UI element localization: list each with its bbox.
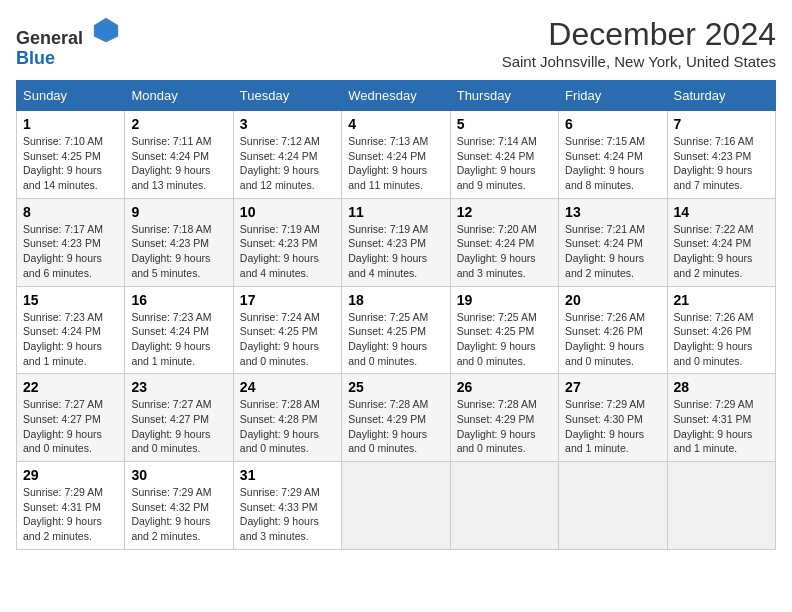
- calendar-week-row: 29 Sunrise: 7:29 AM Sunset: 4:31 PM Dayl…: [17, 462, 776, 550]
- calendar-cell: 1 Sunrise: 7:10 AM Sunset: 4:25 PM Dayli…: [17, 111, 125, 199]
- calendar-cell: 4 Sunrise: 7:13 AM Sunset: 4:24 PM Dayli…: [342, 111, 450, 199]
- calendar-header-row: SundayMondayTuesdayWednesdayThursdayFrid…: [17, 81, 776, 111]
- day-number: 31: [240, 467, 335, 483]
- calendar-cell: 30 Sunrise: 7:29 AM Sunset: 4:32 PM Dayl…: [125, 462, 233, 550]
- calendar-cell: 20 Sunrise: 7:26 AM Sunset: 4:26 PM Dayl…: [559, 286, 667, 374]
- calendar-cell: 2 Sunrise: 7:11 AM Sunset: 4:24 PM Dayli…: [125, 111, 233, 199]
- calendar-cell: 18 Sunrise: 7:25 AM Sunset: 4:25 PM Dayl…: [342, 286, 450, 374]
- day-header-thursday: Thursday: [450, 81, 558, 111]
- calendar-week-row: 15 Sunrise: 7:23 AM Sunset: 4:24 PM Dayl…: [17, 286, 776, 374]
- day-number: 18: [348, 292, 443, 308]
- cell-details: Sunrise: 7:26 AM Sunset: 4:26 PM Dayligh…: [565, 311, 645, 367]
- day-header-sunday: Sunday: [17, 81, 125, 111]
- day-number: 4: [348, 116, 443, 132]
- logo: General Blue: [16, 16, 120, 69]
- header: General Blue December 2024 Saint Johnsvi…: [16, 16, 776, 70]
- day-header-wednesday: Wednesday: [342, 81, 450, 111]
- calendar-cell: 16 Sunrise: 7:23 AM Sunset: 4:24 PM Dayl…: [125, 286, 233, 374]
- calendar-cell: 11 Sunrise: 7:19 AM Sunset: 4:23 PM Dayl…: [342, 198, 450, 286]
- day-number: 2: [131, 116, 226, 132]
- cell-details: Sunrise: 7:29 AM Sunset: 4:33 PM Dayligh…: [240, 486, 320, 542]
- day-number: 14: [674, 204, 769, 220]
- day-header-monday: Monday: [125, 81, 233, 111]
- day-number: 1: [23, 116, 118, 132]
- day-number: 11: [348, 204, 443, 220]
- day-number: 26: [457, 379, 552, 395]
- calendar-week-row: 22 Sunrise: 7:27 AM Sunset: 4:27 PM Dayl…: [17, 374, 776, 462]
- cell-details: Sunrise: 7:28 AM Sunset: 4:29 PM Dayligh…: [457, 398, 537, 454]
- cell-details: Sunrise: 7:19 AM Sunset: 4:23 PM Dayligh…: [348, 223, 428, 279]
- calendar-cell: 12 Sunrise: 7:20 AM Sunset: 4:24 PM Dayl…: [450, 198, 558, 286]
- calendar-cell: [559, 462, 667, 550]
- cell-details: Sunrise: 7:27 AM Sunset: 4:27 PM Dayligh…: [131, 398, 211, 454]
- day-number: 3: [240, 116, 335, 132]
- cell-details: Sunrise: 7:15 AM Sunset: 4:24 PM Dayligh…: [565, 135, 645, 191]
- cell-details: Sunrise: 7:27 AM Sunset: 4:27 PM Dayligh…: [23, 398, 103, 454]
- page-title: December 2024: [502, 16, 776, 53]
- cell-details: Sunrise: 7:24 AM Sunset: 4:25 PM Dayligh…: [240, 311, 320, 367]
- calendar-cell: [342, 462, 450, 550]
- cell-details: Sunrise: 7:23 AM Sunset: 4:24 PM Dayligh…: [131, 311, 211, 367]
- cell-details: Sunrise: 7:11 AM Sunset: 4:24 PM Dayligh…: [131, 135, 211, 191]
- title-area: December 2024 Saint Johnsville, New York…: [502, 16, 776, 70]
- calendar-cell: 9 Sunrise: 7:18 AM Sunset: 4:23 PM Dayli…: [125, 198, 233, 286]
- cell-details: Sunrise: 7:28 AM Sunset: 4:29 PM Dayligh…: [348, 398, 428, 454]
- cell-details: Sunrise: 7:25 AM Sunset: 4:25 PM Dayligh…: [348, 311, 428, 367]
- day-number: 8: [23, 204, 118, 220]
- day-number: 30: [131, 467, 226, 483]
- cell-details: Sunrise: 7:22 AM Sunset: 4:24 PM Dayligh…: [674, 223, 754, 279]
- day-number: 9: [131, 204, 226, 220]
- calendar-cell: 14 Sunrise: 7:22 AM Sunset: 4:24 PM Dayl…: [667, 198, 775, 286]
- calendar-cell: 29 Sunrise: 7:29 AM Sunset: 4:31 PM Dayl…: [17, 462, 125, 550]
- cell-details: Sunrise: 7:25 AM Sunset: 4:25 PM Dayligh…: [457, 311, 537, 367]
- day-number: 17: [240, 292, 335, 308]
- cell-details: Sunrise: 7:12 AM Sunset: 4:24 PM Dayligh…: [240, 135, 320, 191]
- cell-details: Sunrise: 7:17 AM Sunset: 4:23 PM Dayligh…: [23, 223, 103, 279]
- day-header-friday: Friday: [559, 81, 667, 111]
- calendar-cell: 27 Sunrise: 7:29 AM Sunset: 4:30 PM Dayl…: [559, 374, 667, 462]
- day-number: 15: [23, 292, 118, 308]
- day-header-saturday: Saturday: [667, 81, 775, 111]
- calendar-cell: [667, 462, 775, 550]
- cell-details: Sunrise: 7:13 AM Sunset: 4:24 PM Dayligh…: [348, 135, 428, 191]
- cell-details: Sunrise: 7:29 AM Sunset: 4:32 PM Dayligh…: [131, 486, 211, 542]
- day-header-tuesday: Tuesday: [233, 81, 341, 111]
- calendar-week-row: 8 Sunrise: 7:17 AM Sunset: 4:23 PM Dayli…: [17, 198, 776, 286]
- cell-details: Sunrise: 7:26 AM Sunset: 4:26 PM Dayligh…: [674, 311, 754, 367]
- day-number: 29: [23, 467, 118, 483]
- calendar-cell: 22 Sunrise: 7:27 AM Sunset: 4:27 PM Dayl…: [17, 374, 125, 462]
- calendar-cell: 19 Sunrise: 7:25 AM Sunset: 4:25 PM Dayl…: [450, 286, 558, 374]
- day-number: 25: [348, 379, 443, 395]
- cell-details: Sunrise: 7:28 AM Sunset: 4:28 PM Dayligh…: [240, 398, 320, 454]
- cell-details: Sunrise: 7:23 AM Sunset: 4:24 PM Dayligh…: [23, 311, 103, 367]
- day-number: 6: [565, 116, 660, 132]
- day-number: 20: [565, 292, 660, 308]
- cell-details: Sunrise: 7:21 AM Sunset: 4:24 PM Dayligh…: [565, 223, 645, 279]
- calendar-table: SundayMondayTuesdayWednesdayThursdayFrid…: [16, 80, 776, 550]
- calendar-cell: 31 Sunrise: 7:29 AM Sunset: 4:33 PM Dayl…: [233, 462, 341, 550]
- calendar-cell: [450, 462, 558, 550]
- day-number: 13: [565, 204, 660, 220]
- cell-details: Sunrise: 7:10 AM Sunset: 4:25 PM Dayligh…: [23, 135, 103, 191]
- calendar-cell: 3 Sunrise: 7:12 AM Sunset: 4:24 PM Dayli…: [233, 111, 341, 199]
- day-number: 12: [457, 204, 552, 220]
- cell-details: Sunrise: 7:16 AM Sunset: 4:23 PM Dayligh…: [674, 135, 754, 191]
- calendar-cell: 21 Sunrise: 7:26 AM Sunset: 4:26 PM Dayl…: [667, 286, 775, 374]
- calendar-cell: 28 Sunrise: 7:29 AM Sunset: 4:31 PM Dayl…: [667, 374, 775, 462]
- calendar-cell: 13 Sunrise: 7:21 AM Sunset: 4:24 PM Dayl…: [559, 198, 667, 286]
- calendar-cell: 25 Sunrise: 7:28 AM Sunset: 4:29 PM Dayl…: [342, 374, 450, 462]
- cell-details: Sunrise: 7:14 AM Sunset: 4:24 PM Dayligh…: [457, 135, 537, 191]
- day-number: 5: [457, 116, 552, 132]
- cell-details: Sunrise: 7:19 AM Sunset: 4:23 PM Dayligh…: [240, 223, 320, 279]
- day-number: 27: [565, 379, 660, 395]
- logo-general: General: [16, 28, 83, 48]
- calendar-cell: 10 Sunrise: 7:19 AM Sunset: 4:23 PM Dayl…: [233, 198, 341, 286]
- calendar-cell: 26 Sunrise: 7:28 AM Sunset: 4:29 PM Dayl…: [450, 374, 558, 462]
- logo-icon: [92, 16, 120, 44]
- calendar-week-row: 1 Sunrise: 7:10 AM Sunset: 4:25 PM Dayli…: [17, 111, 776, 199]
- calendar-cell: 24 Sunrise: 7:28 AM Sunset: 4:28 PM Dayl…: [233, 374, 341, 462]
- calendar-cell: 6 Sunrise: 7:15 AM Sunset: 4:24 PM Dayli…: [559, 111, 667, 199]
- calendar-cell: 8 Sunrise: 7:17 AM Sunset: 4:23 PM Dayli…: [17, 198, 125, 286]
- day-number: 28: [674, 379, 769, 395]
- day-number: 21: [674, 292, 769, 308]
